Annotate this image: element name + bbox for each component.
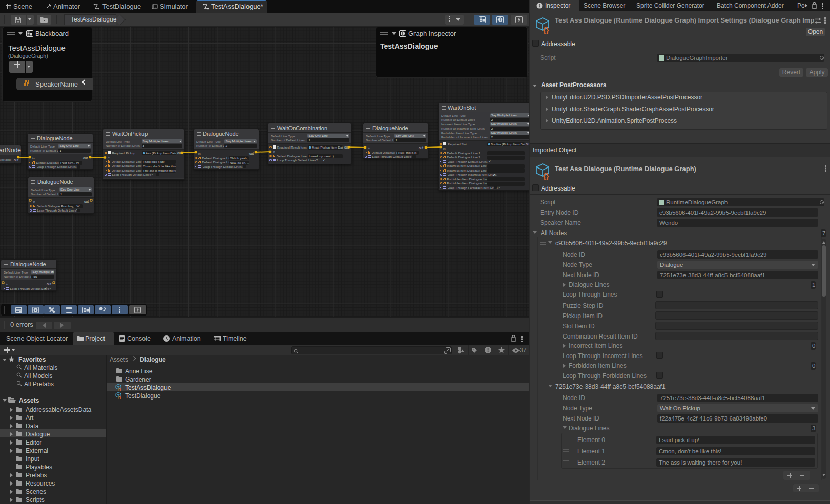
svg-text:{}: {} (118, 387, 121, 391)
svg-text:{}: {} (118, 395, 121, 400)
svg-text:{}: {} (543, 172, 549, 180)
svg-text:{}: {} (543, 26, 549, 34)
